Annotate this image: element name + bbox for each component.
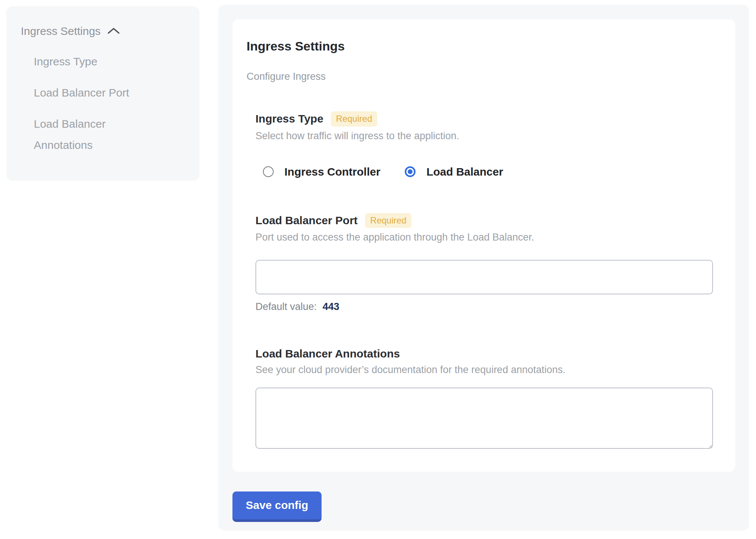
nav-item-list: Ingress Type Load Balancer Port Load Bal… xyxy=(34,51,188,156)
nav-section-label: Ingress Settings xyxy=(21,25,101,37)
required-badge: Required xyxy=(365,213,411,228)
nav-item-load-balancer-annotations[interactable]: Load Balancer Annotations xyxy=(34,113,156,156)
nav-section-ingress-settings[interactable]: Ingress Settings xyxy=(21,25,188,37)
radio-option-load-balancer[interactable]: Load Balancer xyxy=(405,166,503,178)
chevron-up-icon[interactable] xyxy=(107,25,120,37)
default-value-label: Default value: xyxy=(255,301,317,312)
field-label-load-balancer-annotations: Load Balancer Annotations xyxy=(255,347,400,360)
field-label-ingress-type: Ingress Type xyxy=(255,112,323,125)
page-title: Ingress Settings xyxy=(247,39,713,54)
radio-load-balancer[interactable] xyxy=(405,166,416,177)
settings-panel: Ingress Settings Configure Ingress Ingre… xyxy=(218,5,749,530)
nav-item-load-balancer-port[interactable]: Load Balancer Port xyxy=(34,82,156,103)
field-ingress-type: Ingress Type Required Select how traffic… xyxy=(255,111,713,178)
ingress-type-radio-group: Ingress Controller Load Balancer xyxy=(263,166,713,178)
fields-container: Ingress Type Required Select how traffic… xyxy=(255,111,713,449)
load-balancer-annotations-textarea[interactable] xyxy=(255,388,713,449)
field-description: See your cloud provider’s documentation … xyxy=(255,364,713,376)
nav-item-ingress-type[interactable]: Ingress Type xyxy=(34,51,156,72)
radio-label: Load Balancer xyxy=(426,166,503,178)
radio-label: Ingress Controller xyxy=(284,166,380,178)
field-label-load-balancer-port: Load Balancer Port xyxy=(255,214,358,227)
required-badge: Required xyxy=(331,111,377,127)
default-value: 443 xyxy=(323,301,339,312)
field-description: Select how traffic will ingress to the a… xyxy=(255,130,713,142)
field-description: Port used to access the application thro… xyxy=(255,232,713,243)
radio-option-ingress-controller[interactable]: Ingress Controller xyxy=(263,166,380,178)
load-balancer-port-input[interactable] xyxy=(255,260,713,294)
field-load-balancer-annotations: Load Balancer Annotations See your cloud… xyxy=(255,347,713,449)
save-config-button[interactable]: Save config xyxy=(232,491,322,522)
default-value-line: Default value: 443 xyxy=(255,301,713,313)
page-subtitle: Configure Ingress xyxy=(247,71,713,82)
radio-ingress-controller[interactable] xyxy=(263,166,274,177)
field-load-balancer-port: Load Balancer Port Required Port used to… xyxy=(255,213,713,313)
settings-nav-sidebar: Ingress Settings Ingress Type Load Balan… xyxy=(6,6,199,181)
ingress-settings-card: Ingress Settings Configure Ingress Ingre… xyxy=(232,19,735,472)
